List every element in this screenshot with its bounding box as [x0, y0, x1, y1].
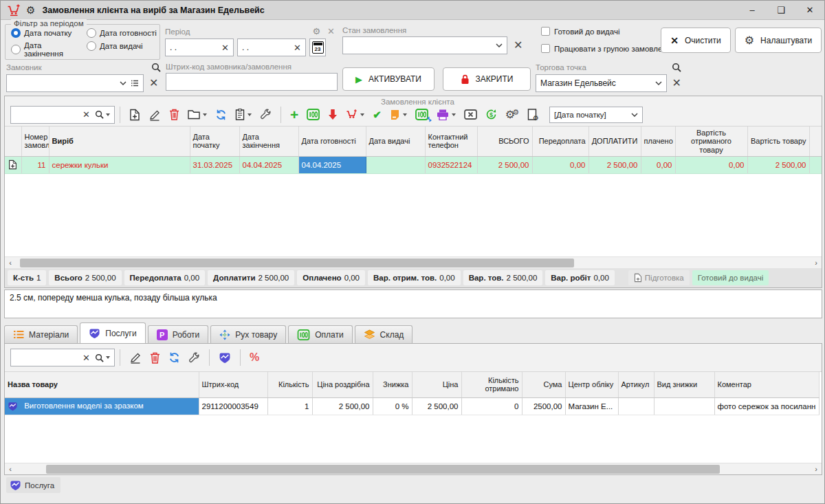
col-date-start[interactable]: Дата початку — [190, 127, 239, 156]
date-to-clear-icon[interactable]: ✕ — [294, 43, 301, 52]
discount-icon[interactable]: % — [245, 350, 263, 365]
barcode-icon[interactable] — [302, 107, 324, 122]
col-retail[interactable]: Ціна роздрібна — [312, 372, 373, 397]
col-discount-type[interactable]: Вид знижки — [654, 372, 714, 397]
cell-product[interactable]: сережки кульки — [49, 156, 190, 173]
cell-date-ready[interactable]: 04.04.2025 — [298, 156, 366, 173]
cell-goods-cost[interactable]: 2 500,00 — [747, 156, 809, 173]
col-article[interactable]: Артикул — [618, 372, 654, 397]
col-date-issue[interactable]: Дата видачі — [366, 127, 425, 156]
radio-dot[interactable] — [11, 28, 21, 38]
order-state-combo[interactable] — [342, 36, 507, 54]
wrench-icon[interactable] — [256, 107, 276, 122]
refresh-icon[interactable] — [211, 107, 231, 122]
tab-stock[interactable]: Склад — [355, 325, 413, 343]
col-total[interactable]: ВСЬОГО — [477, 127, 532, 156]
scroll-thumb[interactable] — [20, 259, 574, 267]
radio-date-ready[interactable]: Дата готовності — [87, 28, 158, 38]
new-order-icon[interactable] — [125, 107, 144, 123]
cell-row-icon[interactable] — [5, 156, 21, 173]
cell-phone[interactable]: 0932522124 — [425, 156, 477, 173]
radio-date-issue[interactable]: Дата видачі — [87, 41, 158, 51]
cell-center[interactable]: Магазин Е... — [565, 397, 618, 415]
cell-comment[interactable]: фото сережок за посиланн — [714, 397, 819, 415]
col-comment[interactable]: Коментар — [714, 372, 819, 397]
cell-name[interactable]: Виготовлення моделі за зразком — [5, 397, 199, 415]
col-price[interactable]: Ціна — [412, 372, 461, 397]
orders-search-input[interactable]: ✕ — [10, 106, 115, 124]
sort-combo[interactable]: [Дата початку] — [549, 107, 643, 123]
period-gear-icon[interactable]: ⚙ — [312, 26, 320, 36]
ready-checkbox[interactable] — [541, 27, 550, 36]
col-cut[interactable]: Вар — [809, 127, 822, 156]
delete-icon[interactable] — [146, 350, 164, 366]
cell-discount[interactable]: 0 % — [373, 397, 412, 415]
col-received-cost[interactable]: Вартість отриманого товару — [675, 127, 747, 156]
customer-search-icon[interactable] — [151, 63, 161, 72]
cell-received-cost[interactable]: 0,00 — [675, 156, 747, 173]
folder-icon[interactable] — [184, 107, 211, 122]
edit-icon[interactable] — [125, 349, 146, 366]
col-qty[interactable]: Кількість — [267, 372, 312, 397]
minimize-button[interactable]: – — [738, 1, 767, 19]
group-checkbox-row[interactable]: Працювати з групою замовлень — [541, 44, 671, 53]
cell-paid[interactable]: 0,00 — [641, 156, 675, 173]
tab-materials[interactable]: Матеріали — [4, 325, 78, 343]
cell-number[interactable]: 11 — [21, 156, 49, 173]
shop-clear-icon[interactable]: ✕ — [672, 78, 681, 89]
delete-icon[interactable] — [165, 107, 184, 122]
scroll-left-icon[interactable]: ‹ — [5, 257, 16, 269]
services-hscrollbar[interactable]: ‹ › — [5, 463, 822, 474]
col-date-end[interactable]: Дата закінчення — [239, 127, 298, 156]
col-topay[interactable]: ДОПЛАТИТИ — [588, 127, 641, 156]
cell-article[interactable] — [618, 397, 654, 415]
scroll-right-icon[interactable]: › — [811, 257, 822, 269]
cell-qty[interactable]: 1 — [267, 397, 312, 415]
calendar-button[interactable]: 23 — [309, 39, 326, 56]
activate-button[interactable]: ▶ АКТИВУВАТИ — [342, 67, 434, 91]
scroll-thumb[interactable] — [46, 465, 720, 474]
col-prepay[interactable]: Передоплата — [532, 127, 588, 156]
col-number[interactable]: Номер замовлення — [21, 127, 49, 156]
customer-clear-icon[interactable]: ✕ — [149, 78, 158, 89]
date-from-input[interactable]: . . ✕ — [165, 39, 234, 56]
search-clear-icon[interactable]: ✕ — [82, 353, 90, 362]
period-clear-icon[interactable]: ✕ — [327, 27, 335, 36]
tab-works[interactable]: P Роботи — [148, 325, 209, 343]
col-name[interactable]: Назва товару — [5, 372, 199, 397]
tab-services[interactable]: Послуги — [80, 322, 145, 343]
col-sum[interactable]: Сума — [522, 372, 565, 397]
gears-icon[interactable]: ⚙⚙ — [501, 107, 523, 122]
search-clear-icon[interactable]: ✕ — [82, 110, 90, 119]
close-button[interactable]: ✕ — [795, 1, 824, 19]
date-from-clear-icon[interactable]: ✕ — [221, 43, 229, 52]
add-icon[interactable]: + — [286, 107, 302, 122]
shop-search-icon[interactable] — [672, 63, 681, 72]
order-state-clear-icon[interactable]: ✕ — [514, 40, 522, 51]
service-row[interactable]: Виготовлення моделі за зразком 291120000… — [5, 397, 819, 415]
shop-combo[interactable]: Магазин Едельвейс — [536, 74, 667, 92]
edit-icon[interactable] — [144, 107, 165, 123]
col-product[interactable]: Виріб — [49, 127, 190, 156]
radio-dot[interactable] — [87, 41, 96, 51]
cell-cut[interactable] — [809, 156, 822, 173]
cell-date-issue[interactable] — [366, 156, 425, 173]
document-settings-icon[interactable]: ⚙ — [523, 107, 541, 122]
maximize-button[interactable]: ❑ — [767, 1, 795, 19]
cell-barcode[interactable]: 2911200003549 — [199, 397, 267, 415]
wrench-icon[interactable] — [184, 350, 204, 366]
search-icon[interactable] — [95, 353, 110, 362]
scroll-left-icon[interactable]: ‹ — [5, 463, 16, 475]
print-icon[interactable] — [432, 107, 460, 122]
col-paid[interactable]: плачено — [641, 127, 675, 156]
cell-sum[interactable]: 2500,00 — [522, 397, 565, 415]
col-center[interactable]: Центр обліку — [565, 372, 618, 397]
cart-order-icon[interactable] — [342, 107, 368, 122]
col-discount[interactable]: Знижка — [373, 372, 412, 397]
col-date-ready[interactable]: Дата готовності — [298, 127, 366, 156]
clear-filter-button[interactable]: ✕ Очистити — [661, 28, 731, 53]
cell-total[interactable]: 2 500,00 — [477, 156, 532, 173]
service-icon[interactable] — [214, 350, 235, 366]
orders-hscrollbar[interactable]: ‹ › — [5, 256, 822, 268]
tab-payments[interactable]: Оплати — [288, 325, 352, 343]
